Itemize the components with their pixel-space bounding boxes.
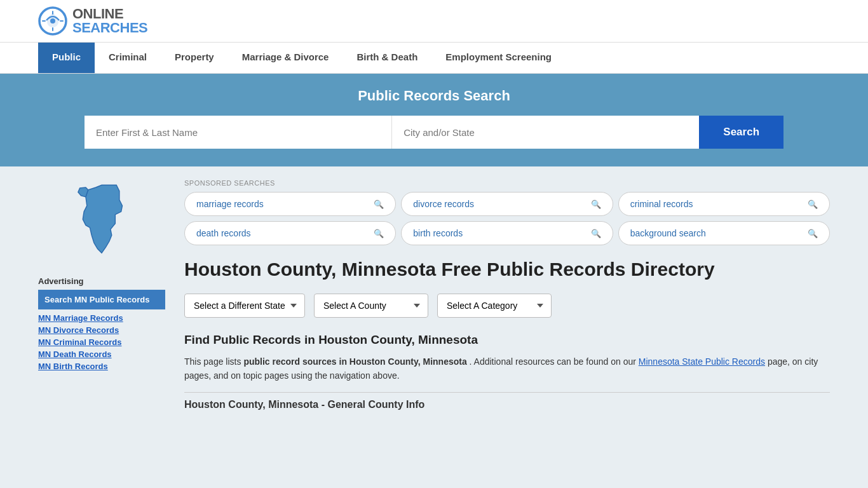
sponsored-pill-marriage[interactable]: marriage records 🔍 (184, 192, 396, 216)
sponsored-pill-criminal-text: criminal records (630, 199, 693, 209)
logo-text: ONLINE SEARCHES (72, 7, 147, 35)
sidebar: Advertising Search MN Public Records MN … (38, 179, 165, 410)
minnesota-map-svg (60, 179, 143, 262)
header: ONLINE SEARCHES (0, 0, 868, 43)
search-icon-background: 🔍 (808, 229, 818, 238)
sidebar-ad-label: Advertising (38, 276, 165, 286)
nav-item-criminal[interactable]: Criminal (95, 43, 161, 73)
sidebar-links: MN Marriage Records MN Divorce Records M… (38, 313, 165, 371)
svg-point-1 (50, 18, 55, 24)
sidebar-link-divorce[interactable]: MN Divorce Records (38, 325, 165, 335)
mn-state-records-link[interactable]: Minnesota State Public Records (639, 356, 765, 367)
sidebar-link-criminal[interactable]: MN Criminal Records (38, 337, 165, 347)
logo[interactable]: ONLINE SEARCHES (38, 6, 147, 36)
sidebar-link-birth[interactable]: MN Birth Records (38, 362, 165, 371)
description-paragraph: This page lists public record sources in… (184, 355, 830, 383)
sidebar-link-death[interactable]: MN Death Records (38, 349, 165, 359)
sponsored-pill-death[interactable]: death records 🔍 (184, 221, 396, 245)
nav-item-employment[interactable]: Employment Screening (431, 43, 566, 73)
category-dropdown[interactable]: Select A Category (437, 294, 552, 318)
search-icon-death: 🔍 (374, 229, 384, 238)
nav-item-marriage-divorce[interactable]: Marriage & Divorce (228, 43, 343, 73)
sponsored-pill-divorce[interactable]: divorce records 🔍 (401, 192, 613, 216)
sponsored-grid: marriage records 🔍 divorce records 🔍 cri… (184, 192, 830, 245)
nav-item-property[interactable]: Property (161, 43, 228, 73)
hero-title: Public Records Search (38, 88, 830, 104)
sponsored-label: SPONSORED SEARCHES (184, 179, 830, 187)
logo-searches: SEARCHES (72, 21, 147, 35)
state-dropdown[interactable]: Select a Different State (184, 294, 305, 318)
sponsored-pill-criminal[interactable]: criminal records 🔍 (618, 192, 830, 216)
county-dropdown[interactable]: Select A County (314, 294, 428, 318)
nav-item-birth-death[interactable]: Birth & Death (342, 43, 431, 73)
search-icon-birth: 🔍 (591, 229, 601, 238)
main-layout: Advertising Search MN Public Records MN … (0, 166, 868, 423)
sponsored-pill-death-text: death records (196, 228, 251, 238)
find-heading: Find Public Records in Houston County, M… (184, 333, 830, 347)
mn-map (38, 179, 165, 264)
desc-text1: This page lists (184, 356, 241, 367)
sponsored-pill-background-text: background search (630, 228, 706, 238)
logo-online: ONLINE (72, 7, 147, 21)
page-title: Houston County, Minnesota Free Public Re… (184, 258, 830, 281)
location-search-input[interactable] (392, 116, 699, 149)
sponsored-pill-background[interactable]: background search 🔍 (618, 221, 830, 245)
county-info-heading: Houston County, Minnesota - General Coun… (184, 399, 830, 410)
search-icon-criminal: 🔍 (808, 200, 818, 209)
sidebar-link-marriage[interactable]: MN Marriage Records (38, 313, 165, 323)
sponsored-pill-birth-text: birth records (413, 228, 463, 238)
desc-text2: . Additional resources can be found on o… (470, 356, 636, 367)
desc-bold1: public record sources in Houston County,… (243, 356, 466, 367)
main-content: SPONSORED SEARCHES marriage records 🔍 di… (184, 179, 830, 410)
sponsored-pill-divorce-text: divorce records (413, 199, 474, 209)
name-search-input[interactable] (85, 116, 392, 149)
sponsored-pill-marriage-text: marriage records (196, 199, 264, 209)
section-divider (184, 392, 830, 393)
nav-item-public[interactable]: Public (38, 43, 95, 73)
dropdowns-row: Select a Different State Select A County… (184, 294, 830, 318)
logo-icon (38, 6, 67, 36)
sponsored-pill-birth[interactable]: birth records 🔍 (401, 221, 613, 245)
sidebar-highlighted-link[interactable]: Search MN Public Records (38, 290, 165, 309)
search-icon-marriage: 🔍 (374, 200, 384, 209)
search-row: Search (85, 116, 783, 149)
main-nav: Public Criminal Property Marriage & Divo… (0, 43, 868, 74)
search-icon-divorce: 🔍 (591, 200, 601, 209)
hero-section: Public Records Search Search (0, 74, 868, 166)
search-button[interactable]: Search (699, 116, 783, 149)
